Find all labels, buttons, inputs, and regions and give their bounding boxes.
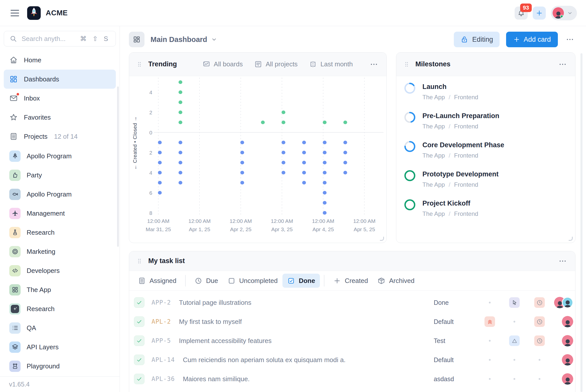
page-scrollbar[interactable] bbox=[580, 53, 582, 392]
milestone-item[interactable]: Project KickoffThe App/Frontend bbox=[404, 195, 568, 224]
search-input[interactable] bbox=[22, 35, 75, 43]
done-checkbox[interactable] bbox=[134, 374, 144, 384]
svg-text:2: 2 bbox=[149, 150, 152, 156]
table-row[interactable]: APL-14Cum reiciendis non aperiam soluta … bbox=[129, 350, 575, 369]
task-more-button[interactable] bbox=[557, 256, 568, 267]
create-button[interactable] bbox=[533, 7, 546, 20]
milestone-path-segment[interactable]: Frontend bbox=[454, 152, 478, 159]
filter-all-boards[interactable]: All boards bbox=[203, 60, 243, 68]
assignee-avatars[interactable] bbox=[562, 354, 573, 366]
milestone-title[interactable]: Core Development Phase bbox=[422, 141, 504, 149]
sidebar-project-item[interactable]: Developers bbox=[4, 261, 116, 280]
trending-card: Trending All boardsAll projectsLast mont… bbox=[129, 52, 387, 243]
milestone-path-segment[interactable]: The App bbox=[422, 152, 445, 159]
sidebar-item-home[interactable]: Home bbox=[4, 51, 116, 70]
drag-handle-icon[interactable] bbox=[136, 257, 143, 266]
dashboard-tile-button[interactable] bbox=[129, 32, 144, 47]
milestone-path-segment[interactable]: Frontend bbox=[454, 210, 478, 217]
sidebar-project-item[interactable]: Research bbox=[4, 299, 116, 318]
filter-last-month[interactable]: Last month bbox=[309, 60, 353, 68]
urgent-badge[interactable] bbox=[484, 316, 495, 327]
project-icon-tile bbox=[9, 246, 21, 257]
notifications-button[interactable]: 93 bbox=[515, 7, 528, 20]
done-checkbox[interactable] bbox=[134, 355, 144, 365]
done-checkbox[interactable] bbox=[134, 297, 144, 308]
drag-handle-icon[interactable] bbox=[403, 60, 410, 69]
assignee-avatars[interactable] bbox=[562, 373, 573, 385]
table-row[interactable]: APP-2Tutorial page illustrationsDone bbox=[129, 293, 575, 312]
account-menu[interactable] bbox=[551, 6, 577, 20]
table-row[interactable]: APL-2My first task to myselfDefault bbox=[129, 312, 575, 331]
milestone-item[interactable]: Core Development PhaseThe App/Frontend bbox=[404, 136, 568, 166]
dashboard-switcher-chevron-icon[interactable] bbox=[211, 36, 217, 43]
clock-badge[interactable] bbox=[534, 316, 545, 327]
sidebar-project-item[interactable]: Party bbox=[4, 166, 116, 185]
clock-badge[interactable] bbox=[534, 297, 545, 308]
editing-toggle-button[interactable]: Editing bbox=[454, 32, 500, 47]
avatar bbox=[553, 7, 564, 19]
sidebar-project-item[interactable]: QA bbox=[4, 318, 116, 337]
sidebar-item-dashboards[interactable]: Dashboards bbox=[4, 70, 116, 89]
filter-all-projects[interactable]: All projects bbox=[254, 60, 298, 68]
app-logo[interactable] bbox=[27, 6, 41, 20]
sidebar-item-projects[interactable]: Projects12 of 14 bbox=[4, 127, 116, 146]
sidebar-project-item[interactable]: Playground bbox=[4, 357, 116, 376]
table-row[interactable]: APP-5Implement accessibility featuresTes… bbox=[129, 331, 575, 350]
sidebar-project-item[interactable]: Apollo Program bbox=[4, 185, 116, 204]
sidebar-project-item[interactable]: Research bbox=[4, 223, 116, 242]
milestone-item[interactable]: Pre-Launch PreparationThe App/Frontend bbox=[404, 107, 568, 136]
sidebar-project-item[interactable]: Management bbox=[4, 204, 116, 223]
sidebar-project-item[interactable]: API Layers bbox=[4, 337, 116, 357]
milestone-item[interactable]: LaunchThe App/Frontend bbox=[404, 78, 568, 107]
milestone-path-segment[interactable]: The App bbox=[422, 123, 445, 130]
task-title[interactable]: My first task to myself bbox=[179, 318, 242, 326]
milestone-path-segment[interactable]: The App bbox=[422, 181, 445, 188]
assignee-avatars[interactable] bbox=[562, 316, 573, 327]
assignee-avatars[interactable] bbox=[554, 297, 573, 308]
milestone-title[interactable]: Launch bbox=[422, 83, 478, 91]
dashboard-more-button[interactable] bbox=[564, 34, 575, 45]
milestones-more-button[interactable] bbox=[557, 59, 568, 70]
task-title[interactable]: Cum reiciendis non aperiam soluta ex qui… bbox=[183, 356, 346, 364]
milestone-path-segment[interactable]: Frontend bbox=[454, 123, 478, 130]
milestone-title[interactable]: Prototype Development bbox=[422, 170, 499, 178]
task-card-title: My task list bbox=[148, 257, 185, 265]
milestone-item[interactable]: Prototype DevelopmentThe App/Frontend bbox=[404, 166, 568, 195]
menu-button[interactable] bbox=[9, 8, 21, 18]
milestone-title[interactable]: Project Kickoff bbox=[422, 200, 478, 207]
assignee-avatars[interactable] bbox=[562, 335, 573, 347]
task-filter-due[interactable]: Due bbox=[190, 274, 223, 288]
sidebar-project-item[interactable]: The App bbox=[4, 280, 116, 299]
task-filter-assigned[interactable]: Assigned bbox=[133, 274, 181, 288]
clock-badge[interactable] bbox=[534, 335, 545, 346]
task-filter-uncompleted[interactable]: Uncompleted bbox=[223, 274, 282, 288]
task-filter-done[interactable]: Done bbox=[282, 274, 320, 288]
task-title[interactable]: Maiores nam similique. bbox=[183, 375, 250, 383]
task-id: APL-14 bbox=[152, 356, 175, 363]
sidebar-scrollbar[interactable] bbox=[117, 86, 119, 247]
task-filter-created[interactable]: Created bbox=[328, 274, 373, 288]
table-row[interactable]: APL-36Maiores nam similique.asdasd bbox=[129, 369, 575, 388]
milestone-path-segment[interactable]: The App bbox=[422, 210, 445, 217]
triangle-badge[interactable] bbox=[509, 335, 520, 346]
search-box[interactable]: ⌘ ⇧ S bbox=[4, 31, 116, 46]
milestone-title[interactable]: Pre-Launch Preparation bbox=[422, 112, 499, 120]
task-cell bbox=[514, 359, 515, 361]
sidebar-project-item[interactable]: Apollo Program bbox=[4, 146, 116, 166]
sidebar-project-item[interactable]: Marketing bbox=[4, 242, 116, 261]
milestone-path-segment[interactable]: The App bbox=[422, 94, 445, 101]
task-title[interactable]: Implement accessibility features bbox=[179, 337, 271, 345]
resize-handle[interactable] bbox=[569, 237, 573, 241]
milestone-path-segment[interactable]: Frontend bbox=[454, 94, 478, 101]
milestone-path-segment[interactable]: Frontend bbox=[454, 181, 478, 188]
trending-more-button[interactable] bbox=[368, 59, 379, 70]
task-title[interactable]: Tutorial page illustrations bbox=[179, 299, 251, 307]
task-filter-archived[interactable]: Archived bbox=[373, 274, 419, 288]
add-card-button[interactable]: Add card bbox=[506, 32, 558, 47]
cursor-badge[interactable] bbox=[509, 297, 520, 308]
drag-handle-icon[interactable] bbox=[136, 60, 143, 69]
done-checkbox[interactable] bbox=[134, 316, 144, 327]
sidebar-item-favorites[interactable]: Favorites bbox=[4, 108, 116, 127]
sidebar-item-inbox[interactable]: Inbox bbox=[4, 89, 116, 108]
done-checkbox[interactable] bbox=[134, 335, 144, 346]
